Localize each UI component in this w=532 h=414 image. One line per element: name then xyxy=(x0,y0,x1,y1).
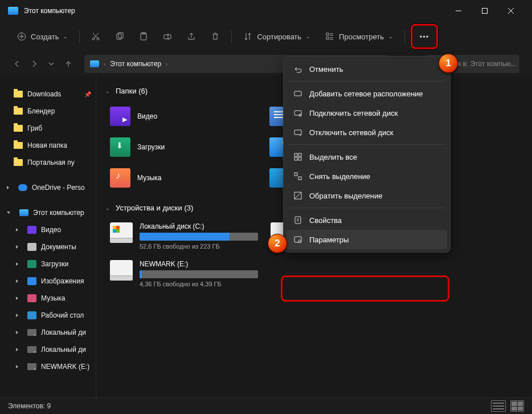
folder-tile[interactable]: Видео xyxy=(105,102,263,131)
selnone-icon xyxy=(293,172,302,181)
minimize-button[interactable] xyxy=(445,2,472,19)
sidebar-item[interactable]: Локальный ди xyxy=(0,341,96,358)
titlebar: Этот компьютер xyxy=(0,0,532,22)
sidebar-item[interactable]: Загрузки xyxy=(0,255,96,273)
sidebar-item[interactable]: Локальный ди xyxy=(0,324,96,341)
svg-rect-17 xyxy=(298,153,301,156)
share-button[interactable] xyxy=(181,26,202,47)
tiles-view-button[interactable] xyxy=(510,400,524,412)
folder-icon xyxy=(110,137,130,157)
folder-icon xyxy=(14,108,23,115)
details-view-button[interactable] xyxy=(491,400,506,412)
svg-rect-12 xyxy=(294,91,301,96)
storage-bar xyxy=(140,233,258,241)
selall-icon xyxy=(293,152,302,161)
sidebar-this-pc[interactable]: Этот компьютер xyxy=(0,204,96,221)
folder-icon xyxy=(14,159,23,166)
netadd-icon xyxy=(293,89,302,98)
menu-item-netadd[interactable]: Добавить сетевое расположение xyxy=(287,84,447,103)
svg-rect-18 xyxy=(294,157,297,160)
netmap-icon xyxy=(293,108,302,117)
sidebar-item[interactable]: Документы xyxy=(0,238,96,255)
svg-rect-9 xyxy=(326,33,329,35)
back-button[interactable] xyxy=(13,59,22,68)
folder-tile[interactable]: Музыка xyxy=(105,164,263,192)
navigation-pane[interactable]: Downloads📌БлендерГрибНовая папкаПортальн… xyxy=(0,76,96,398)
drive-tile[interactable]: NEWMARK (E:)4,36 ГБ свободно из 4,39 ГБ xyxy=(105,257,263,291)
sidebar-item[interactable]: Изображения xyxy=(0,273,96,290)
library-icon xyxy=(27,311,36,319)
breadcrumb-item[interactable]: Этот компьютер xyxy=(110,60,161,68)
menu-item-selall[interactable]: Выделить все xyxy=(287,147,447,167)
drive-icon xyxy=(27,329,36,336)
menu-item-opts[interactable]: Параметры xyxy=(287,230,447,249)
sidebar-onedrive[interactable]: OneDrive - Perso xyxy=(0,179,96,196)
sort-button[interactable]: Сортировать⌄ xyxy=(238,26,316,47)
svg-rect-16 xyxy=(294,153,297,156)
copy-button[interactable] xyxy=(109,26,130,47)
drive-icon xyxy=(27,346,36,353)
annotation-badge-2: 2 xyxy=(268,234,287,253)
netdis-icon xyxy=(293,128,302,137)
sidebar-item[interactable]: Гриб xyxy=(0,120,96,137)
more-context-menu: ОтменитьДобавить сетевое расположениеПод… xyxy=(283,56,451,253)
window-title: Этот компьютер xyxy=(24,7,75,15)
undo-icon xyxy=(293,64,302,74)
delete-button[interactable] xyxy=(205,26,226,47)
close-button[interactable] xyxy=(498,2,524,19)
recent-button[interactable] xyxy=(47,59,56,68)
toolbar: Создать⌄ Сортировать⌄ Просмотреть⌄ ••• xyxy=(0,22,532,51)
sidebar-item[interactable]: Музыка xyxy=(0,290,96,307)
more-button[interactable]: ••• xyxy=(415,28,434,45)
menu-item-selnone[interactable]: Снять выделение xyxy=(287,167,447,186)
svg-rect-19 xyxy=(298,157,301,160)
svg-rect-13 xyxy=(294,111,301,115)
library-icon xyxy=(27,260,36,268)
menu-item-selinv[interactable]: Обратить выделение xyxy=(287,186,447,205)
this-pc-icon xyxy=(8,7,18,15)
sidebar-item[interactable]: Портальная пу xyxy=(0,154,96,171)
paste-button[interactable] xyxy=(133,26,154,47)
library-icon xyxy=(27,226,36,234)
maximize-button[interactable] xyxy=(472,2,498,19)
drive-tile[interactable]: Локальный диск (C:)52,6 ГБ свободно из 2… xyxy=(105,219,263,253)
drive-icon xyxy=(110,260,133,281)
cloud-icon xyxy=(18,184,27,191)
folder-icon xyxy=(14,142,23,149)
svg-rect-23 xyxy=(295,217,301,224)
sidebar-item[interactable]: Блендер xyxy=(0,103,96,120)
folder-icon xyxy=(110,107,130,126)
menu-item-netmap[interactable]: Подключить сетевой диск xyxy=(287,103,447,123)
svg-rect-0 xyxy=(482,9,488,14)
rename-button[interactable] xyxy=(157,26,178,47)
pin-icon: 📌 xyxy=(84,91,91,98)
this-pc-icon xyxy=(19,209,28,216)
svg-rect-8 xyxy=(164,35,171,39)
forward-button[interactable] xyxy=(30,59,39,68)
new-button[interactable]: Создать⌄ xyxy=(11,26,73,47)
view-button[interactable]: Просмотреть⌄ xyxy=(320,26,399,47)
breadcrumb-icon xyxy=(90,60,99,67)
menu-item-undo[interactable]: Отменить xyxy=(287,59,447,79)
up-button[interactable] xyxy=(64,59,73,68)
selinv-icon xyxy=(293,191,302,200)
status-bar: Элементов: 9 xyxy=(0,397,532,414)
sidebar-item[interactable]: Рабочий стол xyxy=(0,307,96,324)
sidebar-item[interactable]: Новая папка xyxy=(0,137,96,154)
folder-tile[interactable]: Загрузки xyxy=(105,133,263,161)
drive-icon xyxy=(27,363,36,370)
svg-rect-24 xyxy=(294,237,301,242)
item-count: Элементов: 9 xyxy=(8,402,51,410)
annotation-badge-1: 1 xyxy=(439,54,458,73)
library-icon xyxy=(27,243,36,251)
sidebar-item[interactable]: Видео xyxy=(0,221,96,238)
library-icon xyxy=(27,294,36,302)
folder-icon xyxy=(14,125,23,132)
sidebar-item[interactable]: NEWMARK (E:) xyxy=(0,358,96,375)
storage-bar xyxy=(140,270,258,278)
menu-item-netdis[interactable]: Отключить сетевой диск xyxy=(287,123,447,142)
menu-item-prop[interactable]: Свойства xyxy=(287,210,447,230)
cut-button[interactable] xyxy=(85,26,106,47)
folder-icon xyxy=(110,168,130,188)
sidebar-item[interactable]: Downloads📌 xyxy=(0,86,96,103)
